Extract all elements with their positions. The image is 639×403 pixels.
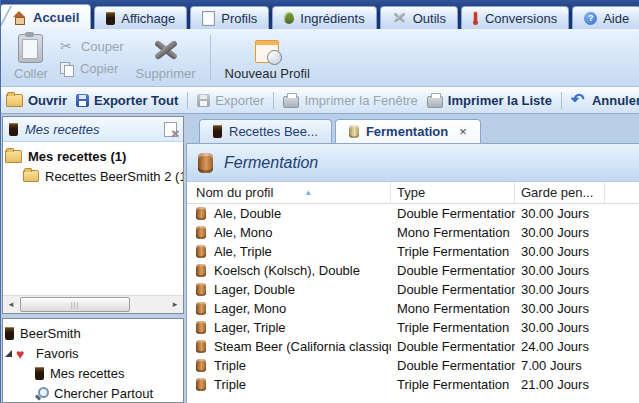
profile-name: Triple — [214, 377, 246, 392]
cell-name: Ale, Mono — [187, 225, 391, 240]
recipes-tree: Mes recettes (1)Recettes BeerSmith 2 (19… — [3, 142, 183, 295]
toolbar-exporter-tout-label: Exporter Tout — [94, 93, 178, 108]
doc-tab-fermentation[interactable]: Fermentation× — [335, 119, 481, 143]
save-icon — [76, 94, 89, 107]
doc-tab-label: Fermentation — [366, 124, 448, 139]
page-icon — [202, 11, 215, 26]
cell-type: Mono Fermentation — [391, 225, 515, 240]
tab-label: Profils — [221, 11, 257, 26]
tab-ingredients[interactable]: Ingrédients — [272, 6, 376, 29]
copy-icon — [60, 62, 75, 76]
paste-button[interactable]: Coller — [7, 31, 55, 84]
recipes-panel-title: Mes recettes — [25, 122, 157, 137]
column-header-type[interactable]: Type — [391, 182, 515, 203]
toolbar-imprimer-la-liste-button[interactable]: Imprimer la Liste — [427, 93, 552, 108]
cut-label: Couper — [81, 39, 124, 54]
delete-button[interactable]: Supprimer — [129, 31, 203, 84]
table-row[interactable]: Koelsch (Kolsch), DoubleDouble Fermentat… — [187, 261, 639, 280]
toolbar-imprimer-la-fenetre-button[interactable]: Imprimer la Fenêtre — [283, 93, 417, 108]
barrel-icon — [196, 359, 206, 372]
table-row[interactable]: Lager, DoubleDouble Fermentation30.00 Jo… — [187, 280, 639, 299]
tab-aide[interactable]: Aide — [572, 6, 639, 29]
barrel-icon — [196, 283, 206, 296]
column-header-filler — [605, 182, 639, 203]
tab-profils[interactable]: Profils — [190, 6, 269, 29]
cell-type: Double Fermentation — [391, 358, 515, 373]
cell-type: Triple Fermentation — [391, 377, 515, 392]
tree-item[interactable]: Mes recettes (1) — [5, 146, 181, 166]
profile-name: Ale, Mono — [214, 225, 273, 240]
tab-label: Ingrédients — [300, 11, 364, 26]
cell-name: Triple — [187, 377, 391, 392]
clipboard-icon — [18, 34, 43, 63]
page-title-bar: Fermentation — [187, 144, 639, 182]
column-header-garde[interactable]: Garde pen... — [515, 182, 605, 203]
table-row[interactable]: TripleDouble Fermentation7.00 Jours — [187, 356, 639, 375]
scroll-right-arrow-icon[interactable]: ▸ — [167, 297, 183, 312]
cell-garde: 30.00 Jours — [515, 244, 605, 259]
new-profile-label: Nouveau Profil — [225, 66, 310, 81]
scrollbar-thumb[interactable]: ||| — [20, 297, 130, 312]
toolbar-annuler-label: Annuler — [592, 93, 639, 108]
doc-tab-recettes[interactable]: Recettes Bee... — [199, 119, 332, 143]
main-area: Recettes Bee...Fermentation× Fermentatio… — [186, 115, 639, 403]
document-tab-bar: Recettes Bee...Fermentation× — [186, 116, 639, 143]
cut-button[interactable]: Couper — [57, 37, 127, 56]
table-row[interactable]: Ale, TripleTriple Fermentation30.00 Jour… — [187, 242, 639, 261]
cell-type: Double Fermentation — [391, 206, 515, 221]
table-row[interactable]: Ale, MonoMono Fermentation30.00 Jours — [187, 223, 639, 242]
tree-item[interactable]: BeerSmith — [5, 323, 181, 343]
barrel-icon — [198, 153, 213, 173]
navigation-panel: BeerSmithFavorisMes recettesChercher Par… — [2, 318, 184, 403]
tab-outils[interactable]: Outils — [380, 6, 458, 29]
beer-icon — [35, 367, 44, 380]
heart-icon — [16, 347, 30, 360]
cell-type: Mono Fermentation — [391, 301, 515, 316]
tab-accueil[interactable]: Accueil — [0, 4, 91, 29]
toolbar-ouvrir-button[interactable]: Ouvrir — [6, 93, 67, 108]
printer-icon — [283, 96, 299, 108]
profile-name: Lager, Triple — [214, 320, 286, 335]
tab-affichage[interactable]: Affichage — [94, 6, 187, 29]
profile-name: Lager, Mono — [214, 301, 286, 316]
close-panel-icon[interactable] — [164, 122, 177, 137]
folder-open-icon — [5, 150, 22, 163]
cell-name: Triple — [187, 358, 391, 373]
profile-name: Ale, Double — [214, 206, 281, 221]
copy-label: Copier — [80, 61, 118, 76]
cell-garde: 30.00 Jours — [515, 263, 605, 278]
tree-item[interactable]: Mes recettes — [35, 363, 181, 383]
toolbar-annuler-button[interactable]: Annuler — [571, 93, 639, 108]
toolbar-ouvrir-label: Ouvrir — [28, 93, 67, 108]
body: Mes recettes Mes recettes (1)Recettes Be… — [1, 115, 639, 403]
copy-button[interactable]: Copier — [57, 59, 127, 78]
tools-icon — [392, 11, 407, 25]
table-row[interactable]: Steam Beer (California classiqu...Double… — [187, 337, 639, 356]
new-profile-button[interactable]: Nouveau Profil — [218, 31, 317, 84]
toolbar-exporter-button[interactable]: Exporter — [197, 93, 264, 108]
tree-item[interactable]: Chercher Partout — [35, 383, 181, 403]
profiles-table: Nom du profil▲TypeGarde pen... Ale, Doub… — [187, 182, 639, 403]
ribbon: Coller Couper Copier Supprimer Nouveau P… — [1, 29, 639, 87]
tree-item[interactable]: Favoris — [5, 343, 181, 363]
toolbar-imprimer-la-fenetre-label: Imprimer la Fenêtre — [304, 93, 417, 108]
tab-conversions[interactable]: Conversions — [461, 6, 569, 29]
table-row[interactable]: Ale, DoubleDouble Fermentation30.00 Jour… — [187, 204, 639, 223]
scroll-left-arrow-icon[interactable]: ◂ — [3, 297, 19, 312]
cell-type: Double Fermentation — [391, 263, 515, 278]
toolbar-exporter-tout-button[interactable]: Exporter Tout — [76, 93, 178, 108]
cell-name: Ale, Double — [187, 206, 391, 221]
horizontal-scrollbar[interactable]: ◂ ||| ▸ — [3, 295, 183, 313]
table-row[interactable]: Lager, MonoMono Fermentation30.00 Jours — [187, 299, 639, 318]
close-tab-icon[interactable]: × — [459, 124, 467, 139]
barrel-icon — [196, 245, 206, 258]
profile-name: Ale, Triple — [214, 244, 272, 259]
cut-copy-group: Couper Copier — [57, 31, 127, 84]
table-row[interactable]: Lager, TripleTriple Fermentation30.00 Jo… — [187, 318, 639, 337]
tree-item[interactable]: Recettes BeerSmith 2 (19) — [23, 166, 181, 186]
column-header-name[interactable]: Nom du profil▲ — [187, 182, 391, 203]
barrel-icon — [196, 207, 206, 220]
sidebar: Mes recettes Mes recettes (1)Recettes Be… — [1, 115, 186, 403]
table-row[interactable]: TripleTriple Fermentation21.00 Jours — [187, 375, 639, 394]
toolbar-exporter-label: Exporter — [215, 93, 264, 108]
